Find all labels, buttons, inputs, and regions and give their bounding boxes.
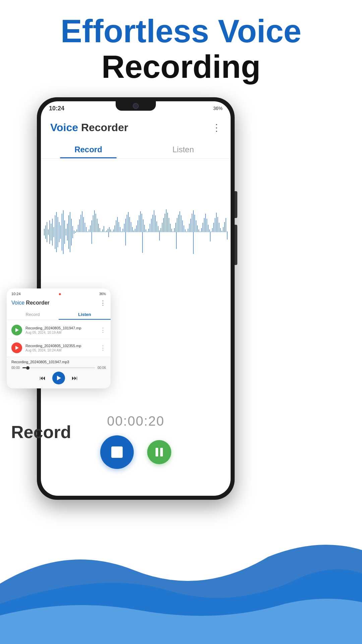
play-triangle-icon (15, 328, 19, 332)
small-app-title-voice: Voice (11, 300, 24, 306)
phone-camera (133, 103, 139, 109)
fast-forward-button[interactable]: ⏭ (72, 375, 78, 382)
recording-date-2: Aug 05, 2024, 10:24 AM (25, 348, 97, 352)
app-title-recorder: Recorder (78, 121, 128, 133)
recording-more-1[interactable]: ⋮ (100, 326, 106, 334)
mini-current-time: 00:00 (11, 366, 20, 370)
small-app-header: Voice Recorder ⋮ (7, 298, 111, 309)
small-status-icons: 36% (99, 292, 106, 296)
play-button-1[interactable] (11, 325, 22, 335)
tabs: Record Listen (41, 140, 231, 159)
status-icons: 36% (213, 106, 223, 111)
small-tabs: Record Listen (7, 309, 111, 320)
record-label: Record (11, 422, 71, 442)
hero-title-line2: Recording (0, 49, 362, 85)
play-triangle-icon-2 (15, 346, 19, 350)
pause-icon (156, 448, 163, 457)
more-options-button[interactable]: ⋮ (212, 122, 221, 133)
app-title: Voice Recorder (50, 121, 128, 134)
recording-more-2[interactable]: ⋮ (100, 344, 106, 352)
recording-info-1: Recording_20240805_101947.mp Aug 05, 202… (25, 326, 97, 334)
app-header: Voice Recorder ⋮ (41, 115, 231, 140)
waveform-svg (41, 205, 231, 259)
hero-title: Effortless Voice Recording (0, 13, 362, 84)
tab-listen[interactable]: Listen (136, 140, 231, 158)
recording-item-1: Recording_20240805_101947.mp Aug 05, 202… (7, 321, 111, 339)
mini-player-title: Recording_20240805_101947.mp3 (11, 360, 106, 364)
stop-button[interactable] (100, 435, 134, 469)
small-tab-listen[interactable]: Listen (59, 309, 111, 320)
app-title-voice: Voice (50, 121, 78, 133)
status-time: 10:24 (49, 105, 64, 112)
small-status-bar: 10:24 ● 36% (7, 288, 111, 298)
mini-player-controls: ⏮ ⏭ (11, 372, 106, 384)
mini-play-button[interactable] (52, 372, 65, 384)
pause-button[interactable] (147, 440, 171, 464)
hero-title-line1: Effortless Voice (0, 13, 362, 49)
battery-icon: 36% (213, 106, 223, 111)
mini-player-progress: 00:00 00:06 (11, 366, 106, 370)
stop-icon (111, 446, 123, 458)
phone-notch (116, 101, 156, 111)
recording-item-2: Recording_20240805_102355.mp Aug 05, 202… (7, 339, 111, 357)
mini-track-dot (26, 366, 29, 370)
small-status-dot: ● (59, 291, 61, 297)
small-tab-record[interactable]: Record (7, 309, 59, 320)
recording-name-1: Recording_20240805_101947.mp (25, 326, 97, 330)
tab-record[interactable]: Record (41, 140, 136, 158)
small-more-options[interactable]: ⋮ (100, 299, 106, 307)
mini-track[interactable] (22, 367, 95, 368)
small-app-title-recorder: Recorder (24, 300, 50, 306)
recording-date-1: Aug 05, 2024, 10:19 AM (25, 331, 97, 334)
mini-play-icon (57, 376, 61, 380)
small-phone: 10:24 ● 36% Voice Recorder ⋮ Record List… (7, 288, 111, 388)
recording-name-2: Recording_20240805_102355.mp (25, 344, 97, 348)
mini-total-time: 00:06 (98, 366, 106, 370)
small-status-time: 10:24 (11, 292, 21, 296)
rewind-button[interactable]: ⏮ (40, 375, 46, 382)
phone-side-button2 (235, 225, 237, 265)
waveform-area (41, 162, 231, 303)
phone-side-button (235, 191, 237, 218)
small-app-title: Voice Recorder (11, 300, 50, 306)
mini-track-fill (22, 367, 26, 368)
recording-info-2: Recording_20240805_102355.mp Aug 05, 202… (25, 344, 97, 352)
play-button-2[interactable] (11, 342, 22, 353)
mini-player: Recording_20240805_101947.mp3 00:00 00:0… (7, 357, 111, 388)
